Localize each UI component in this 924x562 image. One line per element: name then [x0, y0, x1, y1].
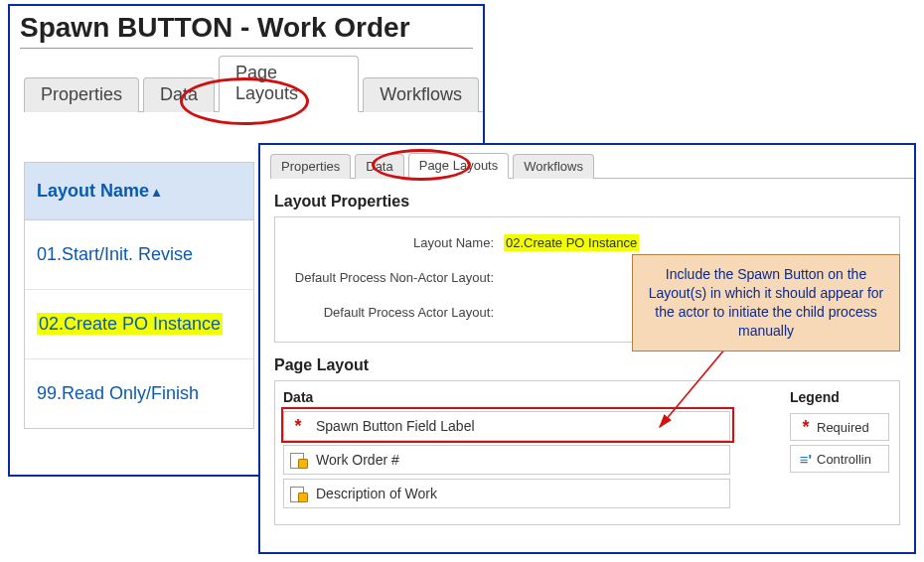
tab-page-layouts[interactable]: Page Layouts	[219, 56, 359, 112]
outer-tabstrip: Properties Data Page Layouts Workflows	[24, 76, 483, 112]
page-layout-block: Data * Spawn Button Field Label Work Ord…	[274, 380, 900, 525]
field-item-description[interactable]: Description of Work	[283, 479, 730, 508]
field-item-work-order[interactable]: Work Order #	[283, 445, 730, 475]
required-icon: *	[284, 416, 312, 437]
required-icon: *	[795, 417, 817, 438]
layout-row[interactable]: 99.Read Only/Finish	[25, 359, 253, 428]
prop-label: Default Process Non-Actor Layout:	[275, 270, 504, 285]
tab-workflows[interactable]: Workflows	[363, 77, 479, 112]
tab-page-layouts[interactable]: Page Layouts	[408, 153, 510, 179]
field-label: Spawn Button Field Label	[312, 418, 475, 434]
field-label: Work Order #	[312, 452, 399, 468]
prop-value: 02.Create PO Instance	[504, 234, 639, 251]
layout-properties-heading: Layout Properties	[274, 193, 914, 211]
legend-item-controlling: ≡' Controllin	[790, 445, 889, 473]
legend-column: Legend * Required ≡' Controllin	[790, 389, 889, 477]
field-item-spawn-button[interactable]: * Spawn Button Field Label	[283, 411, 730, 441]
layout-row-label: 01.Start/Init. Revise	[37, 244, 193, 264]
legend-label: Required	[817, 420, 869, 435]
legend-label: Controllin	[817, 452, 871, 467]
layout-name-table: Layout Name 01.Start/Init. Revise 02.Cre…	[24, 162, 254, 429]
data-column-header: Data	[283, 389, 730, 405]
tab-properties[interactable]: Properties	[24, 77, 139, 112]
prop-label: Layout Name:	[275, 235, 504, 250]
tab-data[interactable]: Data	[143, 77, 215, 112]
legend-item-required: * Required	[790, 413, 889, 441]
layout-row[interactable]: 01.Start/Init. Revise	[25, 220, 253, 290]
controlling-icon: ≡'	[795, 451, 817, 468]
legend-header: Legend	[790, 389, 889, 405]
locked-field-icon	[284, 453, 312, 467]
tab-workflows[interactable]: Workflows	[513, 154, 594, 179]
prop-row-layout-name: Layout Name: 02.Create PO Instance	[275, 235, 899, 250]
tab-properties[interactable]: Properties	[270, 154, 351, 179]
field-label: Description of Work	[312, 486, 437, 501]
page-title: Spawn BUTTON - Work Order	[20, 12, 473, 44]
layout-row-label: 99.Read Only/Finish	[37, 383, 199, 403]
page-layout-heading: Page Layout	[274, 356, 914, 374]
prop-label: Default Process Actor Layout:	[275, 305, 504, 320]
divider	[20, 48, 473, 49]
annotation-callout: Include the Spawn Button on the Layout(s…	[632, 254, 900, 351]
layout-name-header-label: Layout Name	[37, 181, 160, 201]
tab-data[interactable]: Data	[355, 154, 403, 179]
locked-field-icon	[284, 487, 312, 500]
data-column: Data * Spawn Button Field Label Work Ord…	[283, 389, 730, 508]
inner-tabstrip: Properties Data Page Layouts Workflows	[270, 151, 914, 179]
layout-row-label: 02.Create PO Instance	[37, 313, 223, 335]
layout-name-header[interactable]: Layout Name	[25, 163, 253, 220]
layout-row[interactable]: 02.Create PO Instance	[25, 290, 253, 359]
